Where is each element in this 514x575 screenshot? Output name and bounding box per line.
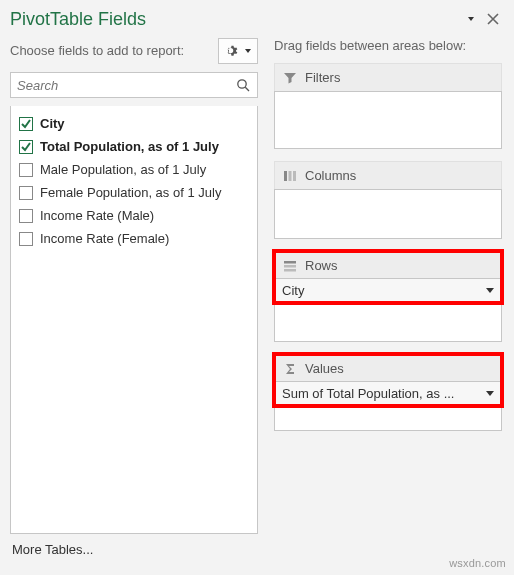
close-icon [487, 13, 499, 25]
checkbox-icon [19, 232, 33, 246]
pane-header: PivotTable Fields [0, 0, 514, 32]
rows-item-city[interactable]: City [273, 278, 503, 303]
rows-highlight: Rows City [274, 251, 502, 303]
field-label: Income Rate (Male) [40, 208, 154, 223]
svg-rect-5 [284, 261, 296, 264]
checkbox-icon [19, 163, 33, 177]
filter-icon [283, 71, 297, 85]
field-total-population[interactable]: Total Population, as of 1 July [17, 135, 251, 158]
rows-icon [283, 259, 297, 273]
gear-icon [225, 43, 241, 59]
svg-rect-2 [284, 171, 287, 181]
values-dropzone[interactable] [274, 405, 502, 431]
area-columns-header: Columns [274, 161, 502, 189]
areas-column: Drag fields between areas below: Filters… [268, 32, 514, 575]
values-item-label: Sum of Total Population, as ... [282, 386, 454, 401]
svg-line-1 [245, 87, 249, 91]
checkbox-icon [19, 186, 33, 200]
area-rows: Rows City [274, 251, 502, 342]
choose-fields-label: Choose fields to add to report: [10, 43, 218, 59]
columns-icon [283, 169, 297, 183]
checkbox-icon [19, 117, 33, 131]
field-city[interactable]: City [17, 112, 251, 135]
columns-dropzone[interactable] [274, 189, 502, 239]
area-rows-header: Rows [274, 251, 502, 279]
area-values-header: Values [274, 354, 502, 382]
field-label: Income Rate (Female) [40, 231, 169, 246]
field-female-population[interactable]: Female Population, as of 1 July [17, 181, 251, 204]
close-button[interactable] [482, 8, 504, 30]
area-values: Values Sum of Total Population, as ... [274, 354, 502, 431]
svg-rect-6 [284, 265, 296, 268]
choose-fields-row: Choose fields to add to report: [10, 38, 258, 64]
field-label: Male Population, as of 1 July [40, 162, 206, 177]
more-tables-link[interactable]: More Tables... [10, 534, 258, 565]
area-label: Columns [305, 168, 356, 183]
svg-rect-7 [284, 269, 296, 272]
field-male-population[interactable]: Male Population, as of 1 July [17, 158, 251, 181]
area-label: Filters [305, 70, 340, 85]
field-income-rate-male[interactable]: Income Rate (Male) [17, 204, 251, 227]
area-label: Rows [305, 258, 338, 273]
field-label: City [40, 116, 65, 131]
area-filters: Filters [274, 63, 502, 149]
search-input[interactable] [17, 78, 235, 93]
area-columns: Columns [274, 161, 502, 239]
search-box[interactable] [10, 72, 258, 98]
values-item-sum-total-population[interactable]: Sum of Total Population, as ... [273, 381, 503, 406]
area-label: Values [305, 361, 344, 376]
pane-body: Choose fields to add to report: City Tot… [0, 32, 514, 575]
checkbox-icon [19, 209, 33, 223]
fields-column: Choose fields to add to report: City Tot… [0, 32, 268, 575]
tools-button[interactable] [218, 38, 258, 64]
svg-point-0 [238, 80, 246, 88]
fields-list: City Total Population, as of 1 July Male… [10, 106, 258, 534]
pivottable-fields-pane: PivotTable Fields Choose fields to add t… [0, 0, 514, 575]
checkbox-icon [19, 140, 33, 154]
pane-options-dropdown[interactable] [460, 8, 482, 30]
chevron-down-icon [486, 288, 494, 293]
field-label: Female Population, as of 1 July [40, 185, 221, 200]
search-icon [235, 77, 251, 93]
rows-dropzone[interactable] [274, 302, 502, 342]
chevron-down-icon [486, 391, 494, 396]
svg-rect-4 [293, 171, 296, 181]
pane-title: PivotTable Fields [10, 9, 460, 30]
sigma-icon [283, 362, 297, 376]
filters-dropzone[interactable] [274, 91, 502, 149]
field-label: Total Population, as of 1 July [40, 139, 219, 154]
svg-rect-3 [289, 171, 292, 181]
rows-item-label: City [282, 283, 304, 298]
area-filters-header: Filters [274, 63, 502, 91]
chevron-down-icon [245, 49, 251, 53]
values-highlight: Values Sum of Total Population, as ... [274, 354, 502, 406]
field-income-rate-female[interactable]: Income Rate (Female) [17, 227, 251, 250]
drag-instruction: Drag fields between areas below: [274, 38, 502, 53]
